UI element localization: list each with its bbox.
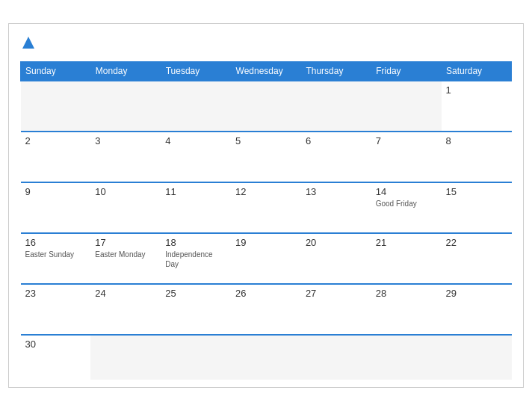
calendar-header <box>20 31 512 54</box>
day-number: 18 <box>165 237 226 248</box>
calendar-cell: 10 <box>90 182 161 233</box>
day-number: 29 <box>446 288 507 299</box>
logo-icon <box>21 35 36 50</box>
calendar-cell: 14Good Friday <box>371 182 442 233</box>
weekday-header-monday: Monday <box>90 62 161 81</box>
day-number: 1 <box>446 84 507 96</box>
calendar-cell: 1 <box>442 81 512 132</box>
day-number: 11 <box>165 186 226 197</box>
calendar-cell: 22 <box>442 233 512 284</box>
day-number: 6 <box>306 135 367 146</box>
day-number: 25 <box>165 288 226 299</box>
calendar-cell <box>231 335 301 380</box>
calendar-cell <box>371 81 442 132</box>
day-number: 28 <box>376 288 437 299</box>
day-number: 3 <box>95 135 156 146</box>
calendar-cell: 16Easter Sunday <box>21 233 91 284</box>
weekday-header-tuesday: Tuesday <box>161 62 231 81</box>
day-number: 16 <box>25 237 87 248</box>
calendar-week-row: 1 <box>21 81 512 132</box>
day-number: 23 <box>25 288 87 299</box>
calendar-cell: 30 <box>21 335 91 380</box>
calendar-cell: 12 <box>231 182 301 233</box>
calendar-week-row: 91011121314Good Friday15 <box>21 182 512 233</box>
calendar-cell: 23 <box>21 284 91 335</box>
calendar-cell: 26 <box>231 284 301 335</box>
calendar-table: SundayMondayTuesdayWednesdayThursdayFrid… <box>20 61 512 380</box>
holiday-label: Easter Monday <box>95 250 156 259</box>
calendar-cell: 20 <box>301 233 371 284</box>
calendar-cell: 6 <box>301 132 371 182</box>
day-number: 4 <box>165 135 226 146</box>
day-number: 24 <box>95 288 156 299</box>
calendar-cell <box>371 335 442 380</box>
holiday-label: Independence Day <box>165 250 226 269</box>
day-number: 10 <box>95 186 156 197</box>
calendar-cell <box>301 335 371 380</box>
calendar-cell: 3 <box>90 132 161 182</box>
calendar-cell: 24 <box>90 284 161 335</box>
calendar-container: SundayMondayTuesdayWednesdayThursdayFrid… <box>8 23 524 388</box>
day-number: 15 <box>446 186 507 197</box>
calendar-cell: 5 <box>231 132 301 182</box>
calendar-cell <box>161 81 231 132</box>
day-number: 27 <box>306 288 367 299</box>
weekday-header-thursday: Thursday <box>301 62 371 81</box>
calendar-cell: 21 <box>371 233 442 284</box>
calendar-cell: 25 <box>161 284 231 335</box>
calendar-week-row: 2345678 <box>21 132 512 182</box>
calendar-cell <box>301 81 371 132</box>
calendar-cell: 9 <box>21 182 91 233</box>
calendar-week-row: 16Easter Sunday17Easter Monday18Independ… <box>21 233 512 284</box>
calendar-cell <box>442 335 512 380</box>
calendar-cell: 13 <box>301 182 371 233</box>
calendar-cell <box>90 81 161 132</box>
calendar-cell <box>90 335 161 380</box>
calendar-cell: 4 <box>161 132 231 182</box>
calendar-cell: 29 <box>442 284 512 335</box>
calendar-cell: 2 <box>21 132 91 182</box>
holiday-label: Easter Sunday <box>25 250 87 259</box>
calendar-cell <box>21 81 91 132</box>
calendar-cell <box>161 335 231 380</box>
calendar-cell: 19 <box>231 233 301 284</box>
weekday-header-sunday: Sunday <box>21 62 91 81</box>
calendar-cell <box>231 81 301 132</box>
holiday-label: Good Friday <box>376 199 437 208</box>
day-number: 26 <box>235 288 297 299</box>
calendar-cell: 11 <box>161 182 231 233</box>
weekday-header-row: SundayMondayTuesdayWednesdayThursdayFrid… <box>21 62 512 81</box>
day-number: 13 <box>306 186 367 197</box>
calendar-week-row: 23242526272829 <box>21 284 512 335</box>
day-number: 2 <box>25 135 87 146</box>
calendar-cell: 28 <box>371 284 442 335</box>
svg-marker-0 <box>22 37 34 49</box>
day-number: 20 <box>306 237 367 248</box>
calendar-cell: 7 <box>371 132 442 182</box>
day-number: 14 <box>376 186 437 197</box>
weekday-header-friday: Friday <box>371 62 442 81</box>
logo <box>20 35 37 50</box>
calendar-cell: 17Easter Monday <box>90 233 161 284</box>
calendar-cell: 15 <box>442 182 512 233</box>
weekday-header-saturday: Saturday <box>442 62 512 81</box>
day-number: 17 <box>95 237 156 248</box>
day-number: 30 <box>25 339 87 350</box>
day-number: 12 <box>235 186 297 197</box>
day-number: 5 <box>235 135 297 146</box>
day-number: 9 <box>25 186 87 197</box>
day-number: 21 <box>376 237 437 248</box>
calendar-week-row: 30 <box>21 335 512 380</box>
day-number: 22 <box>446 237 507 248</box>
calendar-cell: 18Independence Day <box>161 233 231 284</box>
calendar-cell: 27 <box>301 284 371 335</box>
calendar-cell: 8 <box>442 132 512 182</box>
day-number: 7 <box>376 135 437 146</box>
day-number: 8 <box>446 135 507 146</box>
weekday-header-wednesday: Wednesday <box>231 62 301 81</box>
day-number: 19 <box>235 237 297 248</box>
